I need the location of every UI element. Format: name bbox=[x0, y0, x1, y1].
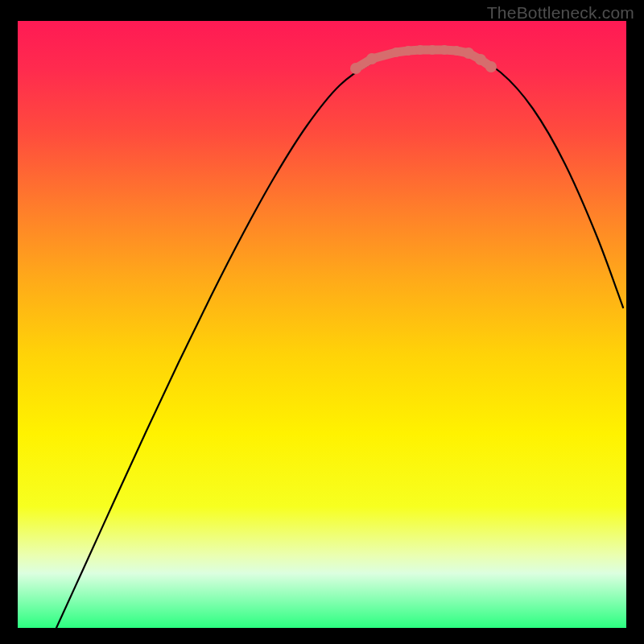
marker-point bbox=[485, 61, 497, 72]
marker-point bbox=[415, 45, 425, 55]
marker-point bbox=[427, 45, 437, 55]
marker-point bbox=[475, 54, 486, 65]
chart-container: TheBottleneck.com bbox=[0, 0, 644, 644]
marker-point bbox=[463, 47, 474, 59]
marker-point bbox=[452, 46, 461, 56]
marker-point bbox=[403, 46, 413, 56]
marker-point bbox=[440, 45, 449, 55]
marker-point bbox=[366, 53, 378, 64]
watermark-label: TheBottleneck.com bbox=[487, 3, 634, 23]
marker-point bbox=[391, 47, 401, 57]
plot-area bbox=[18, 21, 626, 628]
marker-point bbox=[350, 63, 361, 74]
bottleneck-chart-svg bbox=[18, 21, 626, 628]
